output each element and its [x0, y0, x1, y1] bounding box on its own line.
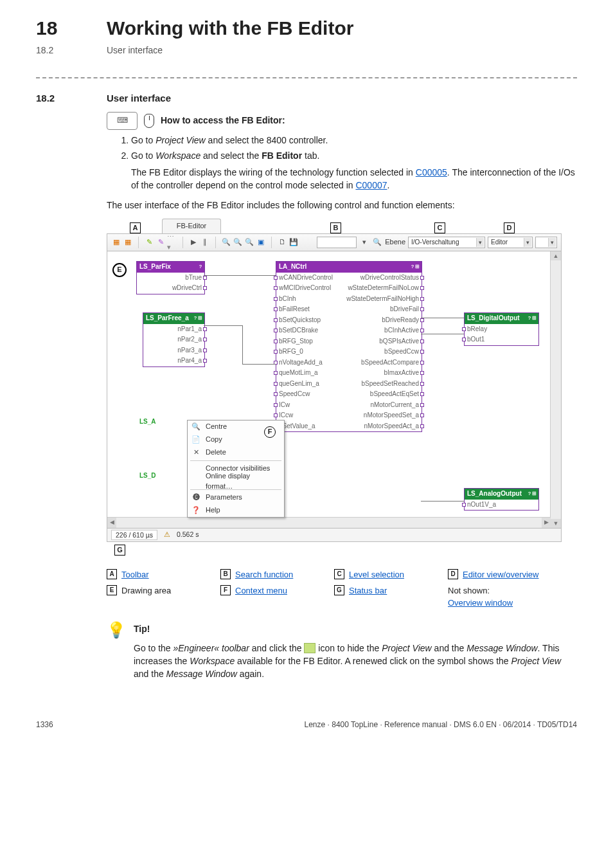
legend-link-contextmenu[interactable]: Context menu: [235, 585, 287, 597]
level-dropdown[interactable]: I/O-Verschaltung: [408, 237, 485, 248]
block-port-row: ICcwnMotorSpeedSet_a: [276, 410, 422, 421]
block-la-nctrl[interactable]: LA_NCtrl? ⊞ wCANDriveControlwDriveContro…: [276, 261, 422, 432]
block-fragment: LS_D: [139, 471, 156, 481]
step-text: and select the 8400 controller.: [206, 135, 328, 145]
callout-g: G: [114, 545, 125, 556]
zoom-in-icon[interactable]: 🔍: [221, 237, 231, 248]
view-extra-dropdown[interactable]: [535, 237, 557, 248]
zoom-fit-icon[interactable]: 🔍: [244, 237, 254, 248]
block-port-row: wMCIDriveControlwStateDetermFailNoLow: [276, 283, 422, 294]
scrollbar-horizontal[interactable]: [107, 517, 551, 528]
step-text: Go to: [131, 150, 155, 161]
block-port-row: nSetValue_anMotorSpeedAct_a: [276, 421, 422, 432]
toolbar-icon[interactable]: ✎: [144, 237, 154, 248]
step-em: Workspace: [155, 150, 200, 161]
toolbar-icon[interactable]: ▦: [111, 237, 121, 248]
block-port-row: bCInhwStateDetermFailNoHigh: [276, 294, 422, 305]
subsection-number: 18.2: [36, 44, 107, 57]
status-coords: 226 / 610 µs: [111, 530, 157, 540]
callout-e: E: [112, 263, 127, 277]
link-c00007[interactable]: C00007: [355, 180, 387, 190]
status-time: 0.562 s: [177, 530, 199, 539]
search-dropdown-icon[interactable]: ▾: [359, 237, 369, 248]
legend-marker: E: [107, 585, 117, 595]
block-ls-parfix[interactable]: LS_ParFix? bTrue wDriveCtrl: [136, 261, 205, 294]
context-item[interactable]: 🅒Parameters: [188, 491, 284, 504]
step-bold: FB Editor: [262, 150, 302, 161]
context-item-label: Help: [206, 505, 220, 516]
drawing-area[interactable]: E F LS_ParFix? bTrue wDriveCtrl LS_ParFr…: [107, 251, 562, 529]
context-item-icon: 📄: [190, 435, 202, 445]
context-item-icon: ✕: [190, 448, 202, 458]
toolbar-icon[interactable]: ⋯▾: [167, 237, 177, 248]
pause-icon[interactable]: ∥: [200, 237, 210, 248]
chapter-title: Working with the FB Editor: [107, 14, 353, 42]
procedure-step: Go to Project View and select the 8400 c…: [131, 134, 577, 147]
block-port-row: bFailResetbDriveFail: [276, 304, 422, 315]
fb-toolbar: ▦ ▦ ✎ ✎ ⋯▾ ▶ ∥ 🔍 🔍 🔍 ▣ 🗋: [107, 233, 562, 251]
toolbar-icon[interactable]: ✎: [155, 237, 166, 248]
tab-fb-editor[interactable]: FB-Editor: [162, 219, 221, 233]
procedure-list: Go to Project View and select the 8400 c…: [107, 134, 577, 163]
block-port-row: queGenLim_abSpeedSetReached: [276, 379, 422, 390]
level-label: Ebene: [385, 237, 405, 248]
context-item-label: Delete: [206, 448, 226, 458]
context-item[interactable]: ❓Help: [188, 504, 284, 517]
section-number: 18.2: [36, 91, 107, 105]
tip-body: Go to the »Engineer« toolbar and click t…: [134, 642, 577, 681]
block-ls-analogoutput[interactable]: LS_AnalogOutput? ⊞ nOut1V_a: [464, 488, 539, 511]
legend-link-overview[interactable]: Overview window: [448, 597, 513, 610]
legend-marker: A: [107, 569, 117, 579]
block-port-row: bSetDCBrakebCInhActive: [276, 325, 422, 336]
status-bar: 226 / 610 µs ⚠ 0.562 s: [107, 529, 562, 542]
legend-notshown: Not shown: Overview window: [448, 585, 513, 610]
context-item-icon: 🅒: [190, 493, 202, 503]
block-fragment: LS_A: [139, 417, 156, 427]
legend-marker: C: [334, 569, 344, 579]
view-dropdown[interactable]: Editor: [488, 237, 533, 248]
context-item-label: Copy: [206, 435, 222, 445]
block-port-row: bSetQuickstopbDriveReady: [276, 315, 422, 326]
context-item[interactable]: ✕Delete: [188, 446, 284, 459]
save-icon[interactable]: 💾: [289, 237, 299, 248]
block-ls-parfree[interactable]: LS_ParFree_a? ⊞ nPar1_a nPar2_a nPar3_a …: [143, 312, 205, 367]
context-item-icon: ❓: [190, 505, 202, 516]
keyboard-icon: ⌨: [107, 112, 138, 130]
block-port-row: queMotLim_abImaxActive: [276, 368, 422, 379]
zoom-out-icon[interactable]: 🔍: [233, 237, 243, 248]
legend-link-statusbar[interactable]: Status bar: [349, 585, 387, 597]
link-c00005[interactable]: C00005: [416, 167, 447, 177]
block-port-row: bRFG_StopbQSPIsActive: [276, 336, 422, 347]
context-item-label: Parameters: [206, 493, 242, 503]
scrollbar-vertical[interactable]: [550, 251, 561, 528]
step-text: Go to: [131, 135, 155, 145]
fullscreen-icon[interactable]: ▣: [256, 237, 266, 248]
toolbar-icon[interactable]: ▦: [123, 237, 133, 248]
divider: [36, 77, 577, 78]
legend: AToolbar BSearch function CLevel selecti…: [107, 569, 562, 610]
mouse-icon: [144, 114, 154, 128]
context-separator: [190, 460, 281, 461]
screenshot-caption: The user interface of the FB Editor incl…: [107, 199, 577, 212]
legend-link-level[interactable]: Level selection: [349, 569, 404, 581]
step-em: Project View: [155, 135, 206, 145]
block-port-row: bRFG_0bSpeedCcw: [276, 347, 422, 357]
callout-b: B: [330, 222, 341, 233]
legend-link-toolbar[interactable]: Toolbar: [121, 569, 149, 581]
search-go-icon[interactable]: 🔍: [372, 237, 382, 248]
play-icon[interactable]: ▶: [188, 237, 199, 248]
toggle-panels-icon: [304, 643, 315, 653]
context-item[interactable]: Online display format…: [188, 475, 284, 488]
block-ls-digitaloutput[interactable]: LS_DigitalOutput? ⊞ bRelay bOut1: [464, 312, 539, 346]
legend-link-search[interactable]: Search function: [235, 569, 293, 581]
search-input[interactable]: [317, 237, 357, 248]
block-port-row: ICwnMotorCurrent_a: [276, 400, 422, 411]
section-title: User interface: [107, 91, 171, 105]
footer-ref: Lenze · 8400 TopLine · Reference manual …: [305, 719, 577, 730]
new-icon[interactable]: 🗋: [277, 237, 287, 248]
legend-marker: F: [220, 585, 231, 595]
procedure-note: The FB Editor displays the wiring of the…: [131, 166, 577, 192]
context-item-label: Online display format…: [206, 471, 279, 492]
legend-text: Drawing area: [121, 585, 171, 597]
legend-link-editorview[interactable]: Editor view/overview: [463, 569, 539, 581]
